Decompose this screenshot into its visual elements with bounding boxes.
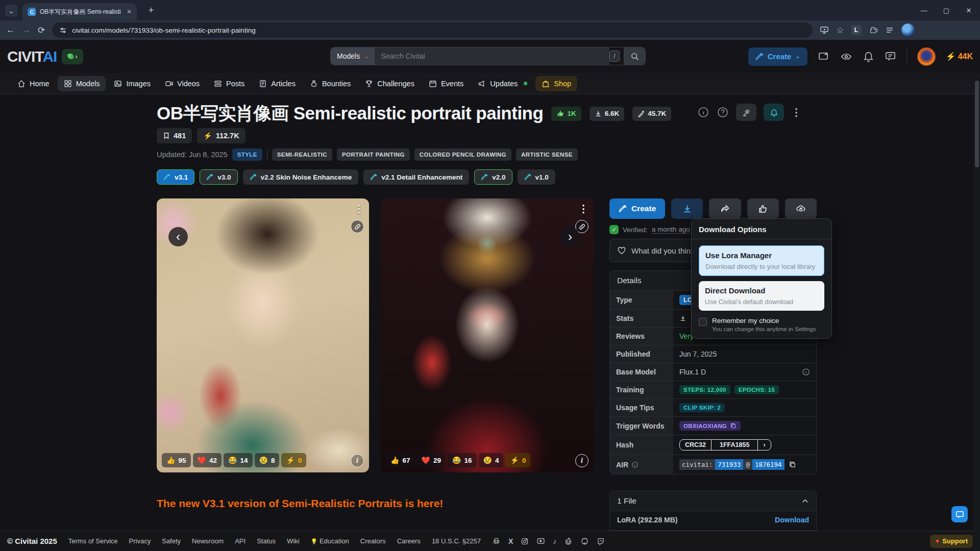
- screen-share-icon[interactable]: [818, 51, 830, 63]
- reaction-zap[interactable]: ⚡0: [281, 453, 306, 467]
- energy-counter[interactable]: ⚡44K: [946, 52, 973, 61]
- footer-link-2257[interactable]: 18 U.S.C. §2257: [432, 537, 481, 545]
- nav-item-home[interactable]: Home: [11, 76, 56, 91]
- url-text[interactable]: civitai.com/models/731933/ob-semi-realis…: [72, 27, 255, 34]
- hash-next-icon[interactable]: ›: [758, 440, 770, 450]
- site-settings-icon[interactable]: [59, 27, 67, 34]
- footer-link-creators[interactable]: Creators: [360, 537, 386, 545]
- reaction-cry[interactable]: 😢4: [479, 453, 504, 467]
- carousel-prev-button[interactable]: ‹: [168, 227, 188, 246]
- bookmark-star-icon[interactable]: ☆: [836, 25, 844, 36]
- scrollbar-thumb[interactable]: [975, 81, 979, 167]
- supporter-badge[interactable]: ›: [62, 49, 83, 64]
- back-button[interactable]: ←: [6, 25, 15, 35]
- air-identifier[interactable]: civitai:731933@1876194: [679, 459, 785, 470]
- github-icon[interactable]: [580, 537, 589, 545]
- chat-fab-button[interactable]: [951, 506, 968, 522]
- copy-icon[interactable]: [789, 461, 796, 468]
- nav-item-shop[interactable]: Shop: [535, 76, 577, 91]
- tag-style[interactable]: STYLE: [232, 148, 262, 161]
- footer-link-wiki[interactable]: Wiki: [287, 537, 300, 545]
- address-bar[interactable]: civitai.com/models/731933/ob-semi-realis…: [52, 22, 813, 38]
- footer-link-newsroom[interactable]: Newsroom: [192, 537, 224, 545]
- bookmarks-pill[interactable]: 481: [157, 128, 192, 143]
- version-tab-v3-1[interactable]: v3.1: [157, 169, 194, 185]
- browsing-level-eye-icon[interactable]: [840, 51, 852, 63]
- verified-time[interactable]: a month ago: [652, 226, 690, 234]
- reaction-zap[interactable]: ⚡0: [505, 453, 530, 467]
- image-menu-icon[interactable]: ⋮: [354, 203, 364, 215]
- user-avatar[interactable]: [917, 47, 936, 66]
- tag[interactable]: COLORED PENCIL DRAWING: [414, 148, 511, 161]
- browser-profile-avatar[interactable]: [901, 23, 915, 37]
- hash-pill[interactable]: CRC321FFA1855›: [679, 439, 771, 450]
- option-direct-download[interactable]: Direct Download Use Civitai's default do…: [699, 281, 824, 311]
- window-minimize-button[interactable]: —: [913, 0, 935, 20]
- energy-pill[interactable]: ⚡112.7K: [197, 128, 245, 143]
- option-use-lora-manager[interactable]: Use Lora Manager Download directly to yo…: [699, 245, 824, 276]
- version-tab-v2-0[interactable]: v2.0: [474, 169, 512, 185]
- trigger-word-badge[interactable]: OBXIAOXIANG: [679, 421, 741, 431]
- discord-icon[interactable]: [492, 537, 501, 545]
- nav-item-images[interactable]: Images: [108, 76, 157, 91]
- footer-link-education[interactable]: 💡 Education: [311, 537, 349, 545]
- version-tab-v3-0[interactable]: v3.0: [200, 169, 237, 185]
- tag[interactable]: ARTISTIC SENSE: [516, 148, 578, 161]
- share-button[interactable]: [709, 198, 741, 219]
- more-options-icon[interactable]: ⋮: [791, 106, 801, 118]
- reaction-like[interactable]: 👍95: [162, 453, 191, 467]
- extension-l-icon[interactable]: L: [851, 25, 862, 35]
- reaction-laugh[interactable]: 😂14: [224, 453, 253, 467]
- nav-item-articles[interactable]: Articles: [253, 76, 302, 91]
- header-create-button[interactable]: Create ⌄: [748, 47, 807, 66]
- image-menu-icon[interactable]: ⋮: [578, 203, 589, 215]
- file-download-link[interactable]: Download: [775, 516, 809, 524]
- instagram-icon[interactable]: [521, 537, 529, 545]
- reaction-heart[interactable]: ❤️29: [417, 453, 446, 467]
- search-button[interactable]: [624, 47, 645, 65]
- reaction-like[interactable]: 👍67: [386, 453, 415, 467]
- image-link-badge[interactable]: [351, 220, 364, 233]
- forward-button[interactable]: →: [22, 25, 31, 35]
- likes-badge[interactable]: 1K: [551, 107, 581, 121]
- send-to-device-icon[interactable]: [820, 26, 829, 35]
- nav-item-bounties[interactable]: Bounties: [304, 76, 357, 91]
- browser-tab[interactable]: C OB半写实肖像画 Semi-realisti ✕: [22, 3, 137, 20]
- remember-choice-checkbox[interactable]: [699, 318, 707, 326]
- youtube-icon[interactable]: [536, 537, 545, 545]
- version-tab-v2-1[interactable]: v2.1 Detail Enhancement: [363, 169, 469, 185]
- moderation-gavel-button[interactable]: [736, 104, 756, 121]
- nav-item-models[interactable]: Models: [58, 76, 106, 91]
- nav-item-challenges[interactable]: Challenges: [359, 76, 421, 91]
- generation-info-icon[interactable]: i: [351, 454, 364, 467]
- side-panel-icon[interactable]: [885, 26, 894, 35]
- tag[interactable]: SEMI-REALISTIC: [272, 148, 332, 161]
- search-input[interactable]: Search Civitai: [375, 47, 609, 65]
- footer-link-privacy[interactable]: Privacy: [129, 537, 151, 545]
- info-icon[interactable]: [802, 368, 810, 376]
- follow-notifications-button[interactable]: [764, 104, 784, 121]
- tiktok-icon[interactable]: ♪: [553, 537, 556, 545]
- info-icon[interactable]: [631, 461, 639, 468]
- messages-chat-icon[interactable]: [885, 51, 896, 62]
- extensions-puzzle-icon[interactable]: [869, 26, 878, 35]
- reload-button[interactable]: ⟳: [38, 25, 45, 36]
- new-tab-button[interactable]: +: [145, 4, 157, 16]
- footer-link-status[interactable]: Status: [257, 537, 276, 545]
- x-icon[interactable]: X: [508, 537, 513, 545]
- reddit-icon[interactable]: [564, 537, 573, 545]
- tab-search-chevron-icon[interactable]: ⌄: [5, 5, 17, 17]
- reaction-laugh[interactable]: 😂16: [448, 453, 477, 467]
- window-maximize-button[interactable]: ▢: [935, 0, 958, 20]
- tab-close-icon[interactable]: ✕: [127, 8, 132, 15]
- help-icon[interactable]: [717, 106, 729, 118]
- nav-item-posts[interactable]: Posts: [208, 76, 251, 91]
- support-button[interactable]: ♥Support: [930, 535, 973, 548]
- vault-button[interactable]: [785, 198, 817, 219]
- gallery-image-1[interactable]: ⋮ 👍95 ❤️42 😂14 😢8 ⚡0 i: [157, 198, 369, 472]
- search-category-select[interactable]: Models⌄: [331, 47, 375, 65]
- nav-item-events[interactable]: Events: [423, 76, 470, 91]
- footer-link-api[interactable]: API: [235, 537, 246, 545]
- chevron-up-icon[interactable]: [801, 497, 809, 505]
- carousel-next-button[interactable]: ›: [560, 227, 580, 246]
